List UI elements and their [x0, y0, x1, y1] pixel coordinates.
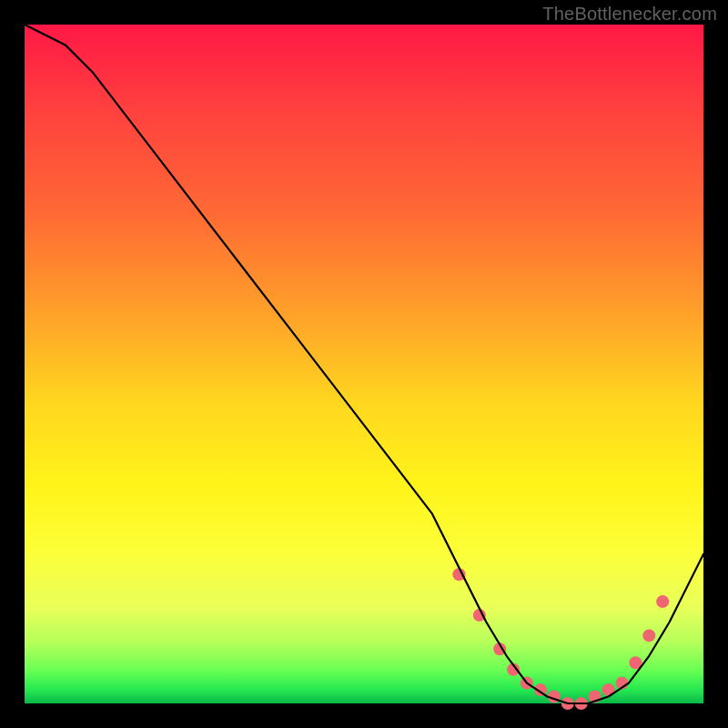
curve	[25, 25, 703, 703]
line-plot	[25, 25, 703, 703]
trough-markers	[452, 568, 669, 710]
marker-dot	[656, 595, 669, 608]
marker-dot	[642, 629, 655, 642]
plot-area	[25, 25, 703, 703]
chart-container: TheBottlenecker.com	[0, 0, 728, 728]
attribution-text: TheBottlenecker.com	[542, 4, 717, 25]
